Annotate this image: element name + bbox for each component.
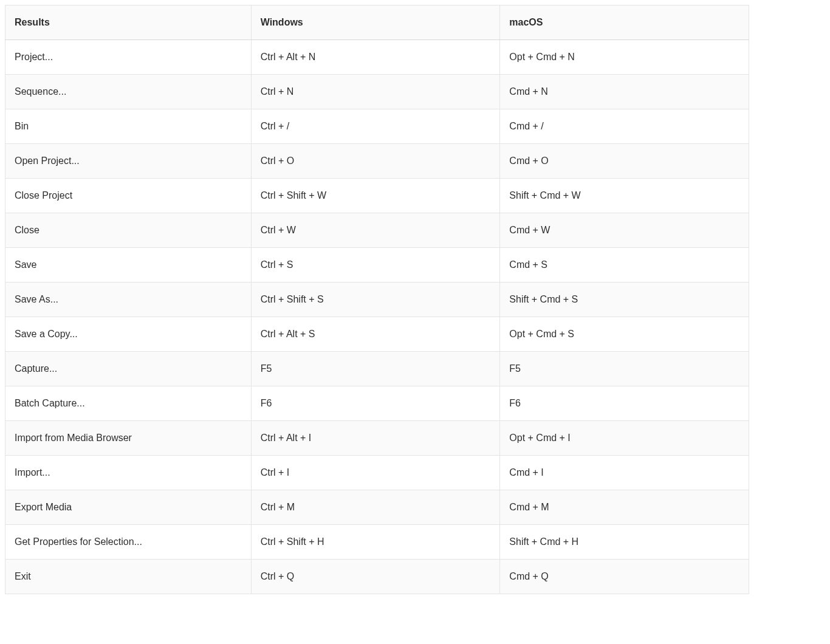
cell-macos: Cmd + N: [500, 75, 749, 109]
cell-windows: Ctrl + W: [251, 213, 500, 248]
table-row: Capture... F5 F5: [5, 352, 749, 386]
table-row: Save Ctrl + S Cmd + S: [5, 248, 749, 283]
cell-windows: Ctrl + Alt + I: [251, 421, 500, 456]
cell-macos: Cmd + Q: [500, 560, 749, 594]
cell-windows: Ctrl + Alt + S: [251, 317, 500, 352]
cell-windows: Ctrl + /: [251, 109, 500, 144]
cell-macos: Opt + Cmd + S: [500, 317, 749, 352]
cell-windows: Ctrl + Shift + H: [251, 525, 500, 560]
cell-results: Save As...: [5, 283, 252, 317]
cell-results: Batch Capture...: [5, 386, 252, 421]
col-header-macos: macOS: [500, 5, 749, 40]
cell-results: Close: [5, 213, 252, 248]
cell-results: Save a Copy...: [5, 317, 252, 352]
cell-results: Get Properties for Selection...: [5, 525, 252, 560]
cell-macos: F5: [500, 352, 749, 386]
table-row: Import from Media Browser Ctrl + Alt + I…: [5, 421, 749, 456]
col-header-results: Results: [5, 5, 252, 40]
cell-macos: Cmd + I: [500, 456, 749, 490]
table-row: Exit Ctrl + Q Cmd + Q: [5, 560, 749, 594]
table-row: Open Project... Ctrl + O Cmd + O: [5, 144, 749, 179]
cell-macos: Opt + Cmd + N: [500, 40, 749, 75]
col-header-windows: Windows: [251, 5, 500, 40]
table-row: Bin Ctrl + / Cmd + /: [5, 109, 749, 144]
cell-macos: Cmd + M: [500, 490, 749, 525]
cell-windows: Ctrl + Shift + W: [251, 179, 500, 213]
cell-results: Project...: [5, 40, 252, 75]
table-row: Batch Capture... F6 F6: [5, 386, 749, 421]
cell-results: Bin: [5, 109, 252, 144]
cell-windows: Ctrl + I: [251, 456, 500, 490]
cell-results: Sequence...: [5, 75, 252, 109]
table-row: Import... Ctrl + I Cmd + I: [5, 456, 749, 490]
cell-windows: Ctrl + Alt + N: [251, 40, 500, 75]
table-row: Close Ctrl + W Cmd + W: [5, 213, 749, 248]
cell-windows: F5: [251, 352, 500, 386]
table-row: Export Media Ctrl + M Cmd + M: [5, 490, 749, 525]
cell-macos: Cmd + O: [500, 144, 749, 179]
cell-macos: Shift + Cmd + S: [500, 283, 749, 317]
cell-windows: Ctrl + O: [251, 144, 500, 179]
cell-windows: Ctrl + N: [251, 75, 500, 109]
cell-windows: Ctrl + M: [251, 490, 500, 525]
table-row: Close Project Ctrl + Shift + W Shift + C…: [5, 179, 749, 213]
cell-results: Capture...: [5, 352, 252, 386]
cell-results: Open Project...: [5, 144, 252, 179]
cell-results: Save: [5, 248, 252, 283]
table-row: Project... Ctrl + Alt + N Opt + Cmd + N: [5, 40, 749, 75]
table-row: Save As... Ctrl + Shift + S Shift + Cmd …: [5, 283, 749, 317]
table-header-row: Results Windows macOS: [5, 5, 749, 40]
cell-macos: Shift + Cmd + H: [500, 525, 749, 560]
cell-macos: Shift + Cmd + W: [500, 179, 749, 213]
cell-macos: Cmd + S: [500, 248, 749, 283]
cell-windows: Ctrl + S: [251, 248, 500, 283]
cell-results: Exit: [5, 560, 252, 594]
cell-windows: Ctrl + Shift + S: [251, 283, 500, 317]
cell-macos: F6: [500, 386, 749, 421]
cell-results: Import from Media Browser: [5, 421, 252, 456]
shortcuts-table: Results Windows macOS Project... Ctrl + …: [5, 5, 749, 594]
cell-results: Close Project: [5, 179, 252, 213]
table-row: Save a Copy... Ctrl + Alt + S Opt + Cmd …: [5, 317, 749, 352]
table-row: Sequence... Ctrl + N Cmd + N: [5, 75, 749, 109]
cell-macos: Cmd + W: [500, 213, 749, 248]
cell-macos: Cmd + /: [500, 109, 749, 144]
cell-macos: Opt + Cmd + I: [500, 421, 749, 456]
cell-windows: F6: [251, 386, 500, 421]
cell-results: Import...: [5, 456, 252, 490]
cell-windows: Ctrl + Q: [251, 560, 500, 594]
table-row: Get Properties for Selection... Ctrl + S…: [5, 525, 749, 560]
cell-results: Export Media: [5, 490, 252, 525]
